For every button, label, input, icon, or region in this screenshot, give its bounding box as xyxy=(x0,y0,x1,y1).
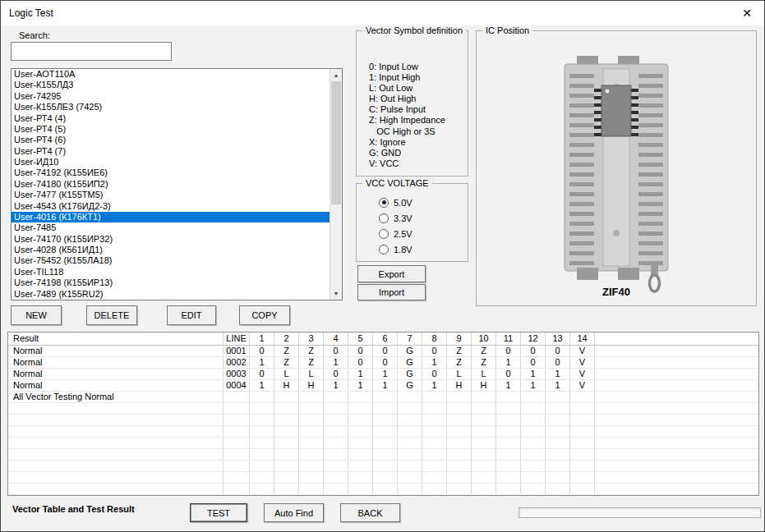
table-cell xyxy=(299,449,324,460)
list-item[interactable]: User-4543 (К176ИД2-3) xyxy=(12,201,330,212)
table-cell xyxy=(546,403,570,414)
list-item[interactable]: User-7489 (К155RU2) xyxy=(12,289,330,300)
table-empty-row xyxy=(8,438,758,449)
vcc-option-0[interactable]: 5.0V xyxy=(379,195,464,210)
list-item[interactable]: User-74295 xyxy=(12,91,330,102)
scrollbar-thumb[interactable] xyxy=(331,81,341,204)
table-cell xyxy=(274,472,299,483)
table-row[interactable]: Normal00021ZZ100G1ZZ100V xyxy=(8,357,758,369)
table-cell xyxy=(595,403,758,414)
scroll-up-icon[interactable]: ▲ xyxy=(330,69,342,81)
list-item[interactable]: User-4016 (К176КТ1) xyxy=(12,212,330,222)
table-cell: 1 xyxy=(422,357,447,368)
list-item[interactable]: User-7477 (К155ТМ5) xyxy=(12,190,330,200)
radio-icon xyxy=(379,229,389,239)
table-cell: G xyxy=(398,369,422,379)
search-label: Search: xyxy=(19,30,50,40)
import-button[interactable]: Import xyxy=(357,284,426,300)
delete-button[interactable]: DELETE xyxy=(86,305,137,325)
list-item[interactable]: User-74198 (К155ИР13) xyxy=(12,277,330,288)
test-button[interactable]: TEST xyxy=(190,503,247,522)
table-row[interactable]: Normal00041HH111G1HH111V xyxy=(8,380,758,392)
socket-lever-arm[interactable] xyxy=(651,261,658,275)
scroll-down-icon[interactable]: ▼ xyxy=(330,287,342,300)
list-item[interactable]: User-РТ4 (6) xyxy=(12,135,330,145)
list-item[interactable]: User-К155ЛД3 xyxy=(12,80,330,90)
vcc-option-2[interactable]: 2.5V xyxy=(379,226,464,241)
list-item[interactable]: User-AOT110A xyxy=(12,69,330,80)
list-item[interactable]: User-75452 (К155ЛА18) xyxy=(12,255,330,266)
table-cell xyxy=(570,426,595,437)
table-cell xyxy=(595,392,758,402)
table-cell xyxy=(324,438,348,448)
list-item[interactable]: User-К155ЛЕ3 (7425) xyxy=(12,102,330,112)
device-list-scrollbar[interactable]: ▲ ▼ xyxy=(330,69,342,300)
list-item[interactable]: User-РТ4 (7) xyxy=(12,146,330,157)
socket-bottom-tab xyxy=(618,268,639,280)
table-cell: Z xyxy=(299,357,324,368)
vcc-option-1[interactable]: 3.3V xyxy=(379,210,464,226)
socket-hole xyxy=(613,230,620,236)
table-cell xyxy=(274,403,299,414)
search-input[interactable] xyxy=(11,42,172,61)
table-empty-row xyxy=(8,484,758,495)
list-item[interactable]: User-РТ4 (5) xyxy=(12,124,330,135)
table-cell: Z xyxy=(447,346,472,356)
table-cell: 1 xyxy=(496,357,521,368)
table-header-cell: 3 xyxy=(299,332,324,345)
table-cell xyxy=(422,461,447,471)
table-cell xyxy=(373,449,398,460)
edit-button[interactable]: EDIT xyxy=(167,305,216,325)
list-item[interactable]: User-74180 (К155ИП2) xyxy=(12,179,330,190)
list-item[interactable]: User-ИД10 xyxy=(12,157,330,167)
progress-bar xyxy=(518,507,761,518)
table-row[interactable]: Normal00030LL011G0LL011V xyxy=(8,369,758,380)
table-cell xyxy=(299,415,324,425)
table-cell xyxy=(250,415,274,425)
list-item[interactable]: User-7485 xyxy=(12,222,330,233)
radio-icon xyxy=(379,213,389,223)
list-item[interactable]: User-74192 (К155ИЕ6) xyxy=(12,167,330,178)
table-cell: Normal xyxy=(8,369,224,379)
table-cell xyxy=(274,484,299,494)
vcc-voltage-group-title: VCC VOLTAGE xyxy=(362,178,432,188)
vector-table[interactable]: ResultLINE1234567891011121314 Normal0001… xyxy=(7,332,759,496)
table-cell: H xyxy=(447,380,472,391)
table-cell: 0 xyxy=(546,346,570,356)
table-cell xyxy=(422,415,447,425)
table-cell xyxy=(546,392,570,402)
table-cell: 0 xyxy=(348,357,373,368)
table-cell xyxy=(472,461,496,471)
table-cell xyxy=(447,449,472,460)
zif-socket-graphic xyxy=(559,56,674,298)
table-cell xyxy=(472,403,496,414)
table-cell xyxy=(224,438,250,448)
list-item[interactable]: User-РТ4 (4) xyxy=(12,113,330,124)
export-button[interactable]: Export xyxy=(357,265,426,282)
list-item[interactable]: User-4028 (К561ИД1) xyxy=(12,245,330,255)
table-cell: 0 xyxy=(546,357,570,368)
auto-find-button[interactable]: Auto Find xyxy=(264,503,324,522)
table-cell xyxy=(299,484,324,494)
table-empty-row xyxy=(8,472,758,484)
copy-button[interactable]: COPY xyxy=(239,305,290,325)
table-cell: 1 xyxy=(521,380,546,391)
table-cell xyxy=(224,415,250,425)
close-button[interactable]: ✕ xyxy=(730,1,764,25)
table-cell xyxy=(521,403,546,414)
list-item[interactable]: User-74170 (К155ИР32) xyxy=(12,234,330,245)
new-button[interactable]: NEW xyxy=(11,305,62,325)
list-item[interactable]: User-TIL118 xyxy=(12,267,330,277)
table-summary-row[interactable]: All Vector Testing Normal xyxy=(8,392,758,403)
table-cell xyxy=(472,484,496,494)
table-row[interactable]: Normal00010ZZ000G0ZZ000V xyxy=(8,346,758,357)
device-list[interactable]: User-AOT110AUser-К155ЛД3User-74295User-К… xyxy=(11,68,343,300)
table-cell xyxy=(373,403,398,414)
table-cell: 1 xyxy=(250,357,274,368)
back-button[interactable]: BACK xyxy=(340,503,400,522)
vcc-option-3[interactable]: 1.8V xyxy=(379,241,464,257)
vector-symbol-line: L: Out Low xyxy=(369,83,466,94)
table-cell xyxy=(398,461,422,471)
zif-socket xyxy=(559,56,674,298)
table-cell xyxy=(348,438,373,448)
